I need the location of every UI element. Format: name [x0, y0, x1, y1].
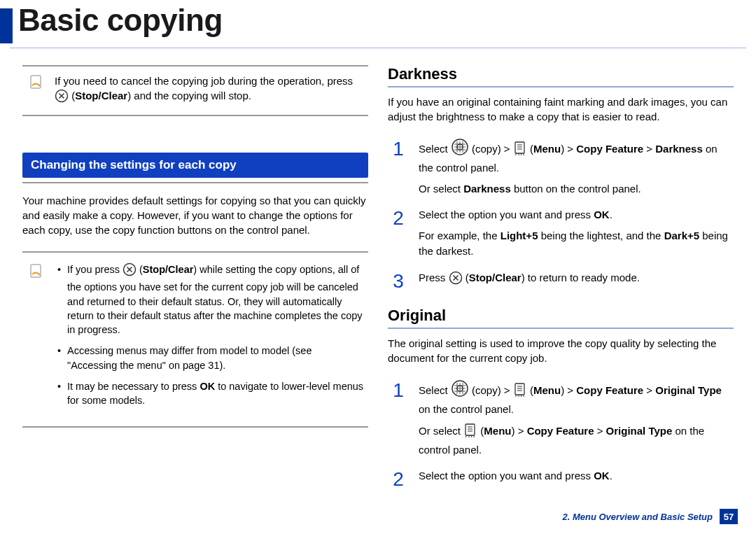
- step-number: 1: [388, 379, 409, 400]
- step-body: Select the option you want and press OK.: [419, 468, 612, 489]
- copy-icon: [451, 379, 469, 402]
- stop-clear-icon: [449, 271, 463, 289]
- page-title: Basic copying: [18, 3, 223, 43]
- step-number: 2: [388, 468, 409, 489]
- step-body: Select (copy) > (Menu) > Copy Feature > …: [419, 138, 734, 202]
- intro-paragraph: Your machine provides default settings f…: [22, 193, 368, 237]
- note-cancel-copy: If you need to cancel the copying job du…: [22, 65, 368, 116]
- copy-icon: [451, 138, 469, 160]
- menu-icon: [463, 423, 477, 442]
- stop-clear-icon: [122, 262, 136, 280]
- footer: 2. Menu Overview and Basic Setup 57: [562, 509, 738, 524]
- step-number: 2: [388, 207, 409, 228]
- original-step-1: 1 Select (copy) > (Menu) > Copy Feature …: [388, 379, 734, 463]
- menu-icon: [513, 141, 527, 160]
- step-body: Press (Stop/Clear) to return to ready mo…: [419, 270, 640, 295]
- header: Basic copying: [0, 0, 756, 43]
- heading-divider: [388, 328, 734, 329]
- section-banner-changing-settings: Changing the settings for each copy: [22, 153, 368, 178]
- note-settings-info: If you press (Stop/Clear) while setting …: [22, 251, 368, 428]
- darkness-step-3: 3 Press (Stop/Clear) to return to ready …: [388, 270, 734, 295]
- list-item: Accessing menus may differ from model to…: [55, 344, 364, 372]
- darkness-step-2: 2 Select the option you want and press O…: [388, 207, 734, 264]
- header-accent: [0, 8, 13, 43]
- list-item: If you press (Stop/Clear) while setting …: [55, 262, 364, 337]
- left-column: If you need to cancel the copying job du…: [22, 65, 368, 495]
- darkness-intro: If you have an original containing faint…: [388, 94, 734, 124]
- list-item: It may be necessary to press OK to navig…: [55, 379, 364, 408]
- step-body: Select (copy) > (Menu) > Copy Feature > …: [419, 379, 734, 463]
- footer-page-number: 57: [720, 509, 738, 524]
- menu-icon: [513, 382, 527, 402]
- note-bullet-list: If you press (Stop/Clear) while setting …: [55, 262, 364, 415]
- original-step-2: 2 Select the option you want and press O…: [388, 468, 734, 489]
- step-body: Select the option you want and press OK.…: [419, 207, 734, 264]
- right-column: Darkness If you have an original contain…: [388, 65, 734, 495]
- heading-darkness: Darkness: [388, 65, 734, 83]
- heading-original: Original: [388, 307, 734, 325]
- note-icon: [27, 73, 46, 90]
- note-icon: [27, 262, 46, 279]
- step-number: 1: [388, 138, 409, 159]
- heading-divider: [388, 86, 734, 87]
- darkness-step-1: 1 Select (copy) > (Menu) > Copy Feature …: [388, 138, 734, 202]
- note-text: If you need to cancel the copying job du…: [55, 73, 364, 106]
- stop-clear-icon: [55, 89, 69, 106]
- banner-divider: [22, 182, 368, 183]
- footer-chapter: 2. Menu Overview and Basic Setup: [562, 512, 713, 522]
- original-intro: The original setting is used to improve …: [388, 336, 734, 365]
- step-number: 3: [388, 270, 409, 291]
